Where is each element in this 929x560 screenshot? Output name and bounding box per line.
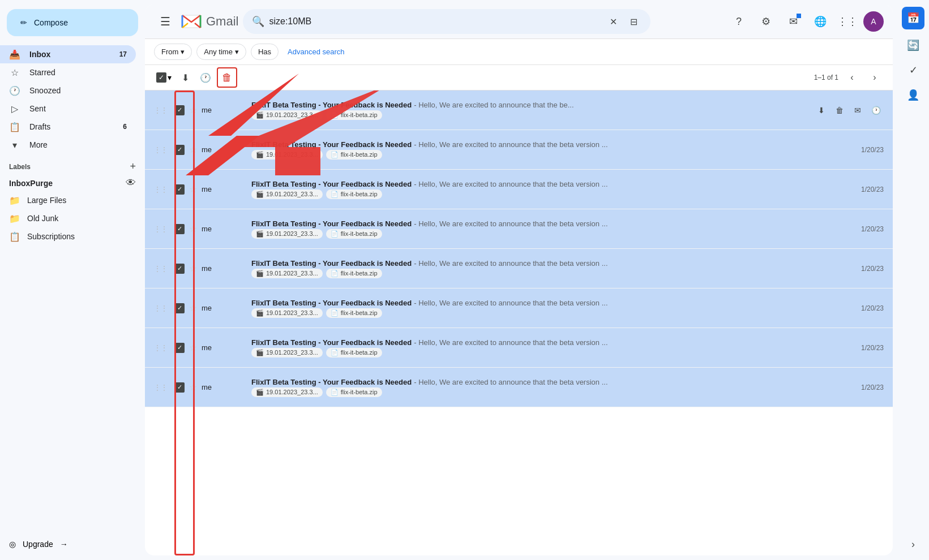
upgrade-section[interactable]: ◎ Upgrade → [0,533,145,555]
zip-icon: 📄 [331,270,339,277]
right-panel-sync-icon[interactable]: 🔄 [902,34,924,57]
email-row[interactable]: ⋮⋮ ☆ me FlixIT Beta Testing - Your Feedb… [145,368,893,407]
email-checkbox[interactable] [174,105,185,115]
avatar[interactable]: A [863,11,884,32]
help-button[interactable]: ? [727,10,750,33]
attachment-chips: 🎬19.01.2023_23.3... 📄flix-it-beta.zip [251,189,852,199]
sidebar-item-old-junk[interactable]: 📁 Old Junk [0,209,145,227]
from-filter-chip[interactable]: From ▾ [154,44,192,60]
email-mark-unread-btn[interactable]: ✉ [850,102,866,118]
sidebar-item-large-files[interactable]: 📁 Large Files [0,191,145,209]
star-button[interactable]: ☆ [189,303,197,313]
time-filter-chip[interactable]: Any time ▾ [196,44,246,60]
search-input[interactable] [269,16,601,27]
attachment-chips: 🎬19.01.2023_23.3... 📄flix-it-beta.zip [251,269,852,278]
email-checkbox[interactable] [174,145,185,155]
email-checkbox[interactable] [174,224,185,234]
email-body: FlixIT Beta Testing - Your Feedback is N… [251,338,852,357]
star-button[interactable]: ☆ [189,105,197,115]
right-panel-expand: › [902,533,924,555]
email-checkbox[interactable] [174,303,185,313]
chevron-down-icon: ▾ [168,73,172,82]
prev-page-button[interactable]: ‹ [843,68,861,87]
time-filter-label: Any time [204,48,233,56]
drag-handle: ⋮⋮ [154,146,168,154]
video-icon: 🎬 [256,349,264,356]
delete-button[interactable]: 🗑 [217,67,237,88]
label-group-header: InboxPurge 👁 [0,175,145,191]
right-panel-tasks-icon[interactable]: ✓ [902,59,924,81]
right-panel-calendar-icon[interactable]: 📅 [902,7,924,29]
video-icon: 🎬 [256,270,264,277]
email-archive-btn[interactable]: ⬇ [814,102,829,118]
video-icon: 🎬 [256,230,264,238]
sidebar-item-more[interactable]: ▾ More [0,136,136,154]
attachment-chip: 🎬19.01.2023_23.3... [251,387,323,397]
email-checkbox[interactable] [174,184,185,195]
mail-icon-button[interactable]: ✉ [782,10,804,33]
compose-button[interactable]: ✏ Compose [7,9,138,36]
video-icon: 🎬 [256,151,264,158]
star-button[interactable]: ☆ [189,184,197,195]
email-subject: FlixIT Beta Testing - Your Feedback is N… [251,180,412,188]
email-snooze-btn[interactable]: 🕐 [868,102,884,118]
drag-handle: ⋮⋮ [154,265,168,273]
snooze-button[interactable]: 🕐 [196,68,215,87]
email-row[interactable]: ⋮⋮ ☆ me FlixIT Beta Testing - Your Feedb… [145,170,893,209]
email-row[interactable]: ⋮⋮ ☆ me FlixIT Beta Testing - Your Feedb… [145,288,893,328]
eye-icon[interactable]: 👁 [126,177,136,189]
email-body: FlixIT Beta Testing - Your Feedback is N… [251,299,852,318]
star-icon: ☆ [9,67,20,78]
expand-icon[interactable]: › [902,533,924,555]
star-button[interactable]: ☆ [189,342,197,353]
clear-search-button[interactable]: ✕ [605,14,621,29]
select-all-checkbox[interactable]: ▾ [154,70,174,85]
decorative-icon-button[interactable]: 🌐 [809,10,832,33]
label-group-title: InboxPurge [9,179,53,188]
email-date: 1/20/23 [861,225,884,233]
email-date: 1/20/23 [861,384,884,391]
star-button[interactable]: ☆ [189,382,197,393]
menu-button[interactable]: ☰ [154,10,177,33]
archive-button[interactable]: ⬇ [176,68,194,87]
star-button[interactable]: ☆ [189,144,197,155]
email-checkbox[interactable] [174,264,185,274]
grid-button[interactable]: ⋮⋮ [836,10,859,33]
email-row[interactable]: ⋮⋮ ☆ me FlixIT Beta Testing - Your Feedb… [145,249,893,288]
email-checkbox[interactable] [174,343,185,353]
email-delete-btn[interactable]: 🗑 [832,102,847,118]
star-button[interactable]: ☆ [189,223,197,234]
from-filter-label: From [161,48,178,56]
sidebar-item-inbox[interactable]: 📥 Inbox 17 [0,45,136,63]
sidebar-item-drafts[interactable]: 📋 Drafts 6 [0,118,136,136]
email-row[interactable]: ⋮⋮ ☆ me FlixIT Beta Testing - Your Feedb… [145,130,893,170]
email-row[interactable]: ⋮⋮ ☆ me FlixIT Beta Testing - Your Feedb… [145,209,893,249]
email-preview: - Hello, We are excited to announce that… [414,101,573,109]
email-row[interactable]: ⋮⋮ ☆ me FlixIT Beta Testing - Your Feedb… [145,328,893,368]
drag-handle: ⋮⋮ [154,344,168,352]
right-panel-contacts-icon[interactable]: 👤 [902,84,924,106]
settings-button[interactable]: ⚙ [755,10,777,33]
sidebar-item-snoozed[interactable]: 🕐 Snoozed [0,81,136,100]
sidebar-item-starred[interactable]: ☆ Starred [0,63,136,81]
sidebar-item-subscriptions[interactable]: 📋 Subscriptions [0,227,145,245]
zip-icon: 📄 [331,151,339,158]
compose-label: Compose [34,18,68,27]
attachment-chip: 🎬19.01.2023_23.3... [251,269,323,278]
star-button[interactable]: ☆ [189,263,197,274]
filter-button[interactable]: ⊟ [626,14,641,29]
has-filter-chip[interactable]: Has [251,44,279,60]
advanced-search-link[interactable]: Advanced search [288,48,344,56]
email-body: FlixIT Beta Testing - Your Feedback is N… [251,259,852,278]
search-icon: 🔍 [252,15,264,28]
sidebar-item-label: More [29,140,127,149]
next-page-button[interactable]: › [866,68,884,87]
search-container: 🔍 ✕ ⊟ [243,9,650,34]
email-checkbox[interactable] [174,382,185,393]
labels-add-button[interactable]: + [130,161,136,173]
attachment-chip: 📄flix-it-beta.zip [326,189,382,199]
attachment-chip: 📄flix-it-beta.zip [326,269,382,278]
email-row[interactable]: ⋮⋮ ☆ me FlixIT Beta Testing - Your Feedb… [145,91,893,130]
video-icon: 🎬 [256,389,264,396]
sidebar-item-sent[interactable]: ▷ Sent [0,100,136,118]
